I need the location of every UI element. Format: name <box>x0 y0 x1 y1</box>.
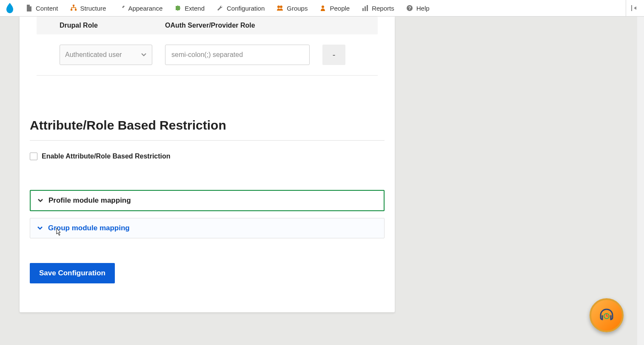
toolbar-extend[interactable]: Extend <box>168 0 211 16</box>
vertical-scrollbar[interactable] <box>637 17 644 345</box>
toolbar-collapse-button[interactable] <box>626 0 644 16</box>
svg-point-4 <box>280 6 282 8</box>
toolbar-appearance[interactable]: Appearance <box>112 0 168 16</box>
accordion-title: Profile module mapping <box>48 196 131 205</box>
svg-rect-1 <box>71 9 72 11</box>
brush-icon <box>118 5 125 11</box>
toolbar-help[interactable]: ? Help <box>400 0 436 16</box>
enable-restriction-checkbox-wrap[interactable]: Enable Attribute/Role Based Restriction <box>30 153 385 160</box>
role-table-header: Drupal Role OAuth Server/Provider Role <box>37 17 378 34</box>
toolbar-label: People <box>330 5 350 12</box>
toolbar-label: Content <box>36 5 58 12</box>
toolbar-label: Groups <box>287 5 308 12</box>
groups-icon <box>276 5 283 11</box>
toolbar-content[interactable]: Content <box>20 0 64 16</box>
file-icon <box>26 5 32 11</box>
save-configuration-button[interactable]: Save Configuration <box>30 263 115 283</box>
accordion-profile-mapping[interactable]: Profile module mapping <box>30 190 385 211</box>
select-value: Authenticated user <box>65 51 122 59</box>
remove-row-button[interactable]: - <box>322 45 345 65</box>
help-icon: ? <box>406 5 413 11</box>
support-chat-fab[interactable] <box>590 298 624 332</box>
svg-rect-2 <box>75 9 77 11</box>
puzzle-icon <box>174 5 181 11</box>
chart-icon <box>362 5 368 11</box>
svg-point-3 <box>277 6 280 8</box>
people-icon <box>319 5 326 11</box>
role-mapping-table: Drupal Role OAuth Server/Provider Role A… <box>37 17 378 76</box>
restriction-heading: Attribute/Role Based Restriction <box>30 118 385 133</box>
toolbar-label: Reports <box>372 5 394 12</box>
section-divider <box>30 140 385 141</box>
svg-rect-6 <box>362 8 364 11</box>
col-drupal-role: Drupal Role <box>60 22 165 29</box>
svg-rect-11 <box>631 5 632 11</box>
chevron-down-icon <box>36 224 44 232</box>
admin-toolbar: Content Structure Appearance Extend Conf… <box>0 0 644 17</box>
toolbar-label: Extend <box>185 5 205 12</box>
toolbar-label: Help <box>416 5 430 12</box>
toolbar-label: Appearance <box>128 5 162 12</box>
chevron-down-icon <box>141 51 147 59</box>
toolbar-groups[interactable]: Groups <box>271 0 313 16</box>
col-oauth-role: OAuth Server/Provider Role <box>165 22 255 29</box>
svg-text:?: ? <box>408 6 411 11</box>
toolbar-label: Structure <box>80 5 106 12</box>
toolbar-structure[interactable]: Structure <box>64 0 112 16</box>
svg-point-5 <box>322 6 324 8</box>
config-card: Drupal Role OAuth Server/Provider Role A… <box>20 17 395 312</box>
sitemap-icon <box>70 5 77 11</box>
chevron-down-icon <box>37 197 44 204</box>
drupal-logo[interactable] <box>0 2 20 14</box>
svg-rect-7 <box>365 6 366 11</box>
svg-rect-0 <box>73 5 74 6</box>
page-background: Drupal Role OAuth Server/Provider Role A… <box>0 17 644 345</box>
toolbar-label: Configuration <box>227 5 265 12</box>
accordion-title: Group module mapping <box>48 224 130 232</box>
checkbox-label: Enable Attribute/Role Based Restriction <box>42 153 171 160</box>
drupal-role-select[interactable]: Authenticated user <box>60 45 152 65</box>
accordion-group-mapping[interactable]: Group module mapping <box>30 218 385 238</box>
toolbar-reports[interactable]: Reports <box>356 0 400 16</box>
svg-rect-8 <box>367 5 368 11</box>
wrench-icon <box>217 5 223 11</box>
oauth-role-input[interactable] <box>165 45 310 65</box>
toolbar-people[interactable]: People <box>313 0 356 16</box>
role-table-row: Authenticated user - <box>37 34 378 76</box>
toolbar-configuration[interactable]: Configuration <box>211 0 271 16</box>
checkbox-box[interactable] <box>30 153 37 160</box>
